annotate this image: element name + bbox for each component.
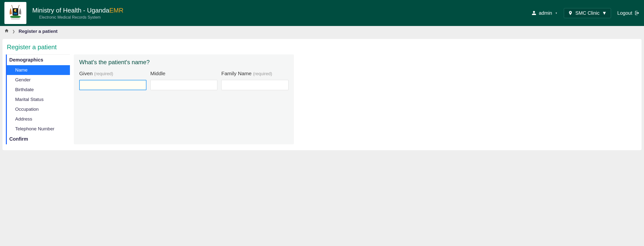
svg-line-3 bbox=[12, 5, 13, 8]
user-icon bbox=[532, 11, 536, 16]
chevron-right-icon: ❯ bbox=[12, 29, 15, 33]
nav-item-marital-status[interactable]: Marital Status bbox=[7, 95, 70, 104]
family-label-text: Family Name bbox=[221, 71, 252, 76]
nav-section-demographics: Demographics bbox=[7, 55, 70, 65]
nav-item-name[interactable]: Name bbox=[7, 65, 70, 75]
brand-subtitle: Electronic Medical Records System bbox=[39, 15, 532, 20]
caret-down-icon: ▼ bbox=[555, 12, 558, 15]
middle-name-label: Middle bbox=[150, 71, 218, 76]
nav-item-occupation[interactable]: Occupation bbox=[7, 104, 70, 114]
form-panel: What's the patient's name? Given (requir… bbox=[74, 54, 294, 144]
family-name-input[interactable] bbox=[221, 80, 288, 90]
form-question: What's the patient's name? bbox=[79, 59, 288, 66]
middle-label-text: Middle bbox=[150, 71, 166, 76]
map-pin-icon bbox=[568, 11, 573, 16]
brand-block: Ministry of Health - UgandaEMR Electroni… bbox=[32, 7, 532, 20]
given-name-field: Given (required) bbox=[79, 71, 146, 90]
register-side-nav: Demographics Name Gender Birthdate Marit… bbox=[6, 54, 70, 144]
given-required-text: (required) bbox=[94, 71, 113, 76]
location-selector[interactable]: SMC Clinic ▼ bbox=[564, 8, 611, 18]
nav-section-confirm[interactable]: Confirm bbox=[7, 134, 70, 144]
logo-container bbox=[4, 2, 26, 24]
breadcrumb: ❯ Register a patient bbox=[0, 26, 644, 37]
svg-point-5 bbox=[10, 16, 21, 18]
given-name-label: Given (required) bbox=[79, 71, 146, 76]
family-required-text: (required) bbox=[253, 71, 272, 76]
svg-rect-2 bbox=[14, 13, 17, 15]
svg-rect-6 bbox=[11, 18, 20, 19]
middle-name-field: Middle bbox=[150, 71, 218, 90]
breadcrumb-home[interactable] bbox=[4, 28, 9, 34]
register-body: Demographics Name Gender Birthdate Marit… bbox=[6, 54, 638, 144]
logout-label: Logout bbox=[617, 10, 632, 16]
app-header: Ministry of Health - UgandaEMR Electroni… bbox=[0, 0, 644, 26]
breadcrumb-current: Register a patient bbox=[18, 29, 58, 34]
nav-item-telephone[interactable]: Telephone Number bbox=[7, 124, 70, 134]
name-field-row: Given (required) Middle Family Name (req… bbox=[79, 71, 288, 90]
brand-main-text: Ministry of Health - Uganda bbox=[32, 7, 109, 14]
middle-name-input[interactable] bbox=[150, 80, 218, 90]
caret-down-icon: ▼ bbox=[602, 10, 607, 16]
svg-line-4 bbox=[18, 5, 19, 8]
brand-emr-text: EMR bbox=[109, 7, 124, 14]
nav-item-address[interactable]: Address bbox=[7, 114, 70, 124]
user-name: admin bbox=[539, 10, 552, 16]
brand-title: Ministry of Health - UgandaEMR bbox=[32, 7, 532, 14]
nav-item-gender[interactable]: Gender bbox=[7, 75, 70, 85]
header-right: admin ▼ SMC Clinic ▼ Logout bbox=[532, 8, 640, 18]
given-name-input[interactable] bbox=[79, 80, 146, 90]
nav-item-birthdate[interactable]: Birthdate bbox=[7, 85, 70, 95]
home-icon bbox=[4, 28, 9, 33]
logout-button[interactable]: Logout bbox=[617, 10, 640, 16]
content-card: Register a patient Demographics Name Gen… bbox=[2, 39, 642, 150]
logout-icon bbox=[635, 11, 640, 16]
page-title: Register a patient bbox=[7, 43, 638, 51]
family-name-label: Family Name (required) bbox=[221, 71, 288, 76]
given-label-text: Given bbox=[79, 71, 93, 76]
family-name-field: Family Name (required) bbox=[221, 71, 288, 90]
location-name: SMC Clinic bbox=[575, 10, 600, 16]
uganda-coat-of-arms-logo bbox=[6, 4, 25, 23]
user-menu[interactable]: admin ▼ bbox=[532, 10, 558, 16]
